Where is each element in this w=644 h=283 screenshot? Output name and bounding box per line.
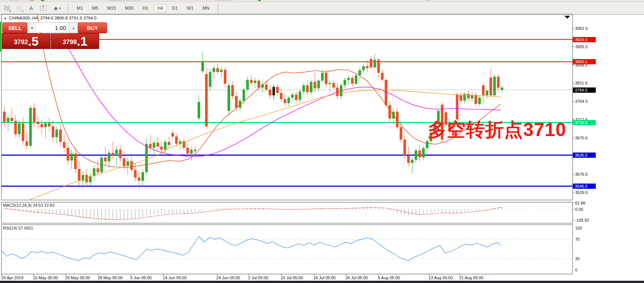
sell-button[interactable]: SELL bbox=[2, 22, 28, 33]
rsi-label: RSI(14) 57.0921 bbox=[3, 226, 33, 230]
mt4-window: E F A T ◆ ▾ M1M5M15M30H1H4D1W1MN ▲ CHINA… bbox=[0, 0, 644, 283]
edge-candle-sliver bbox=[0, 22, 1, 52]
volume-input[interactable]: 1.00 bbox=[36, 22, 69, 33]
volume-decrease-button[interactable]: ▼ bbox=[27, 22, 37, 33]
chinese-annotation: 多空转折点3710 bbox=[428, 117, 566, 142]
sell-price-button[interactable]: 3792.5 bbox=[2, 33, 51, 49]
price-level-badge: 3794.0 bbox=[573, 87, 596, 93]
price-level-badge: 3866.5 bbox=[573, 59, 596, 64]
symbol-title: CHINA300-,H4 bbox=[9, 16, 38, 20]
volume-increase-button[interactable]: ▲ bbox=[69, 22, 78, 33]
ohlc-values: 3794.6 3806.8 3791.6 3794.0 bbox=[40, 16, 96, 20]
ma-slow-orange bbox=[23, 90, 501, 202]
chart-shift-marker bbox=[564, 16, 570, 19]
horizontal-levels bbox=[1, 40, 573, 186]
collapse-triangle-icon[interactable]: ▲ bbox=[4, 16, 7, 20]
buy-button[interactable]: BUY bbox=[78, 22, 107, 33]
price-level-badge: 3924.0 bbox=[573, 37, 596, 42]
chart-header: ▲ CHINA300-,H4 3794.6 3806.8 3791.6 3794… bbox=[4, 16, 97, 20]
price-level-badge: 3546.0 bbox=[573, 184, 596, 189]
price-level-badge: 3710.0 bbox=[573, 120, 596, 125]
one-click-trade-panel: SELL ▼ 1.00 ▲ BUY 3792.5 3798.1 bbox=[2, 22, 106, 49]
price-level-badge: 3626.0 bbox=[573, 153, 596, 158]
rsi-line bbox=[2, 236, 501, 261]
macd-label: MACD(12,26,9) 24.53 22.83 bbox=[3, 203, 55, 207]
buy-price-button[interactable]: 3798.1 bbox=[51, 33, 99, 49]
